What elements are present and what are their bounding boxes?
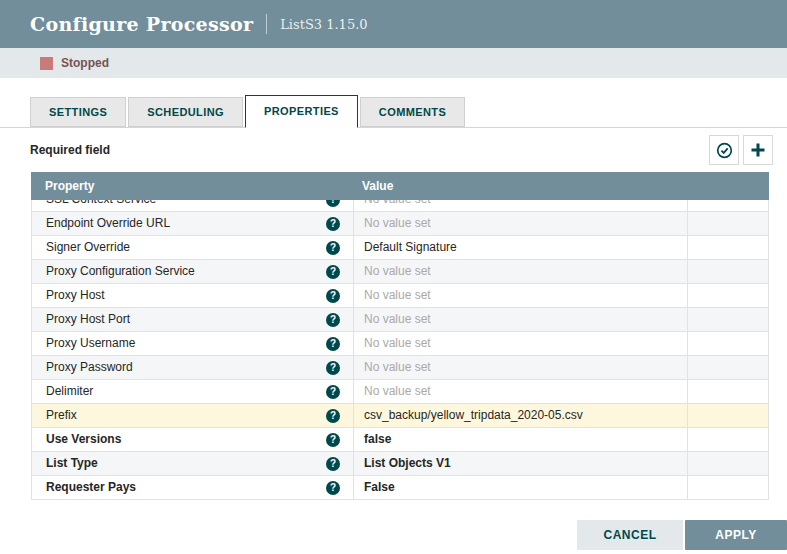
- table-row[interactable]: Proxy Host Port ? No value set: [32, 308, 768, 332]
- processor-name-version: ListS3 1.15.0: [280, 17, 367, 32]
- property-name: Proxy Host Port: [46, 308, 130, 331]
- column-header-property: Property: [31, 179, 352, 193]
- property-value: No value set: [364, 200, 431, 206]
- properties-table-body: SSL Context Service ? No value set Endpo…: [31, 200, 769, 500]
- table-row[interactable]: Delimiter ? No value set: [32, 380, 768, 404]
- status-label: Stopped: [61, 56, 109, 70]
- row-extra-cell: [687, 476, 768, 499]
- verify-properties-button[interactable]: [709, 135, 739, 165]
- add-property-button[interactable]: [743, 135, 773, 165]
- help-icon[interactable]: ?: [326, 481, 340, 495]
- property-name: SSL Context Service: [46, 200, 156, 211]
- table-row[interactable]: Proxy Configuration Service ? No value s…: [32, 260, 768, 284]
- row-extra-cell: [687, 308, 768, 331]
- stopped-status-icon: [40, 57, 53, 70]
- row-extra-cell: [687, 356, 768, 379]
- column-header-value: Value: [352, 179, 686, 193]
- table-row[interactable]: Requester Pays ? False: [32, 476, 768, 500]
- help-icon[interactable]: ?: [326, 457, 340, 471]
- dialog-footer: CANCEL APPLY: [577, 520, 787, 550]
- row-extra-cell: [687, 404, 768, 427]
- help-icon[interactable]: ?: [326, 265, 340, 279]
- row-extra-cell: [687, 260, 768, 283]
- row-extra-cell: [687, 452, 768, 475]
- tab-settings[interactable]: SETTINGS: [30, 97, 126, 127]
- property-name: Proxy Username: [46, 332, 135, 355]
- help-icon[interactable]: ?: [326, 217, 340, 231]
- property-name: Endpoint Override URL: [46, 212, 170, 235]
- properties-toolbar: [709, 135, 773, 165]
- property-name: List Type: [46, 452, 98, 475]
- property-value: No value set: [364, 312, 431, 326]
- table-row[interactable]: Signer Override ? Default Signature: [32, 236, 768, 260]
- tab-properties[interactable]: PROPERTIES: [245, 95, 358, 128]
- row-extra-cell: [687, 332, 768, 355]
- properties-table: Property Value SSL Context Service ? No …: [31, 172, 769, 500]
- property-value: No value set: [364, 336, 431, 350]
- table-row[interactable]: List Type ? List Objects V1: [32, 452, 768, 476]
- tab-comments[interactable]: COMMENTS: [360, 97, 465, 127]
- table-header-row: Property Value: [31, 172, 769, 200]
- property-name: Proxy Password: [46, 356, 133, 379]
- dialog-header: Configure Processor ListS3 1.15.0: [0, 0, 787, 48]
- status-bar: Stopped: [0, 48, 787, 78]
- property-name: Proxy Host: [46, 284, 105, 307]
- circle-check-icon: [716, 142, 733, 159]
- property-name: Requester Pays: [46, 476, 136, 499]
- tab-scheduling[interactable]: SCHEDULING: [128, 97, 243, 127]
- property-value: No value set: [364, 264, 431, 278]
- property-name: Prefix: [46, 404, 77, 427]
- help-icon[interactable]: ?: [326, 313, 340, 327]
- property-value: csv_backup/yellow_tripdata_2020-05.csv: [364, 408, 583, 422]
- property-value: No value set: [364, 288, 431, 302]
- row-extra-cell: [687, 212, 768, 235]
- plus-icon: [750, 142, 766, 158]
- title-divider: [266, 14, 267, 34]
- configure-processor-dialog: Configure Processor ListS3 1.15.0 Stoppe…: [0, 0, 787, 554]
- property-value: No value set: [364, 384, 431, 398]
- property-value: List Objects V1: [364, 456, 451, 470]
- help-icon[interactable]: ?: [326, 241, 340, 255]
- property-value: No value set: [364, 216, 431, 230]
- table-row[interactable]: Prefix ? csv_backup/yellow_tripdata_2020…: [32, 404, 768, 428]
- table-row[interactable]: Proxy Host ? No value set: [32, 284, 768, 308]
- property-value: Default Signature: [364, 240, 457, 254]
- table-row[interactable]: Proxy Username ? No value set: [32, 332, 768, 356]
- help-icon[interactable]: ?: [326, 337, 340, 351]
- row-extra-cell: [687, 380, 768, 403]
- help-icon[interactable]: ?: [326, 289, 340, 303]
- property-name: Delimiter: [46, 380, 93, 403]
- tab-bar: SETTINGS SCHEDULING PROPERTIES COMMENTS: [0, 95, 787, 128]
- row-extra-cell: [687, 284, 768, 307]
- row-extra-cell: [687, 236, 768, 259]
- table-row[interactable]: SSL Context Service ? No value set: [32, 200, 768, 212]
- row-extra-cell: [687, 428, 768, 451]
- help-icon[interactable]: ?: [326, 361, 340, 375]
- property-name: Use Versions: [46, 428, 121, 451]
- property-name: Signer Override: [46, 236, 130, 259]
- table-row[interactable]: Proxy Password ? No value set: [32, 356, 768, 380]
- help-icon[interactable]: ?: [326, 433, 340, 447]
- help-icon[interactable]: ?: [326, 200, 340, 207]
- row-extra-cell: [687, 200, 768, 211]
- required-field-note: Required field: [30, 143, 110, 157]
- property-name: Proxy Configuration Service: [46, 260, 195, 283]
- properties-panel-header: Required field: [0, 128, 787, 172]
- property-value: false: [364, 432, 391, 446]
- property-value: False: [364, 480, 395, 494]
- property-value: No value set: [364, 360, 431, 374]
- help-icon[interactable]: ?: [326, 385, 340, 399]
- dialog-title: Configure Processor: [30, 13, 253, 35]
- table-row[interactable]: Endpoint Override URL ? No value set: [32, 212, 768, 236]
- cancel-button[interactable]: CANCEL: [577, 520, 683, 550]
- table-row[interactable]: Use Versions ? false: [32, 428, 768, 452]
- apply-button[interactable]: APPLY: [685, 520, 787, 550]
- help-icon[interactable]: ?: [326, 409, 340, 423]
